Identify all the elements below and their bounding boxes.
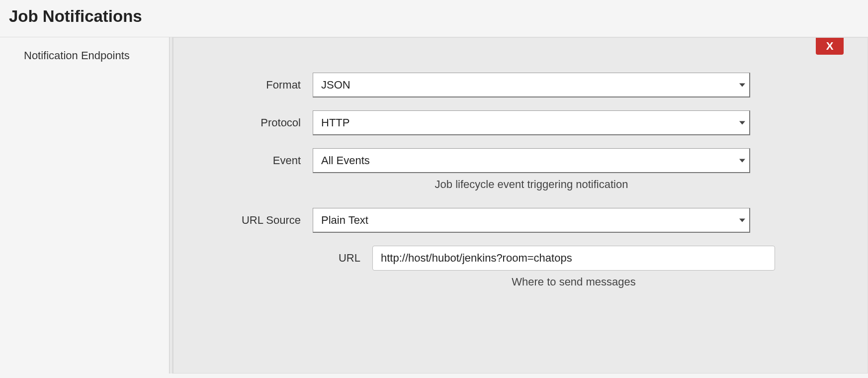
- label-protocol: Protocol: [193, 116, 313, 129]
- row-event: Event All Events: [193, 148, 848, 173]
- select-event-value: All Events: [321, 154, 370, 167]
- select-urlsource[interactable]: Plain Text: [313, 208, 750, 233]
- select-event[interactable]: All Events: [313, 148, 750, 173]
- page-title: Job Notifications: [9, 7, 868, 26]
- select-format-value: JSON: [321, 79, 350, 92]
- chevron-down-icon: [739, 83, 745, 87]
- chevron-down-icon: [739, 218, 745, 222]
- help-event: Job lifecycle event triggering notificat…: [313, 178, 750, 191]
- page-header: Job Notifications: [0, 0, 868, 37]
- row-url: URL: [193, 246, 848, 271]
- close-button[interactable]: X: [816, 38, 844, 55]
- row-protocol: Protocol HTTP: [193, 110, 848, 135]
- select-protocol[interactable]: HTTP: [313, 110, 750, 135]
- select-format[interactable]: JSON: [313, 73, 750, 97]
- input-url[interactable]: [372, 246, 775, 271]
- sidebar-label: Notification Endpoints: [0, 37, 169, 62]
- help-url: Where to send messages: [372, 276, 775, 288]
- row-urlsource: URL Source Plain Text: [193, 208, 848, 233]
- chevron-down-icon: [739, 159, 745, 162]
- label-urlsource: URL Source: [193, 214, 313, 227]
- drag-gutter[interactable]: [169, 37, 173, 374]
- row-format: Format JSON: [193, 73, 848, 97]
- body-row: Notification Endpoints X Format JSON Pro…: [0, 37, 868, 374]
- label-url: URL: [193, 252, 372, 265]
- close-icon: X: [826, 40, 834, 53]
- label-event: Event: [193, 154, 313, 167]
- chevron-down-icon: [739, 121, 745, 124]
- endpoint-form-panel: X Format JSON Protocol HTTP: [173, 37, 868, 374]
- label-format: Format: [193, 79, 313, 92]
- select-protocol-value: HTTP: [321, 116, 349, 129]
- select-urlsource-value: Plain Text: [321, 214, 368, 227]
- page-root: Job Notifications Notification Endpoints…: [0, 0, 868, 378]
